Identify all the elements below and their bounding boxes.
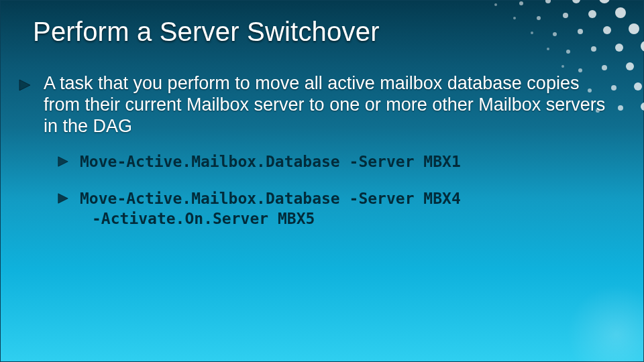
svg-point-24 [602,65,607,70]
code-line: Move-Active.Mailbox.Database -Server MBX… [80,190,461,207]
svg-point-20 [545,0,551,3]
svg-point-39 [615,7,626,18]
svg-point-12 [537,16,541,20]
svg-point-35 [641,103,644,111]
svg-point-22 [578,29,583,34]
svg-point-6 [561,65,564,68]
bullet-item-command-2: Move-Active.Mailbox.Database -Server MBX… [57,189,630,229]
command-text: Move-Active.Mailbox.Database -Server MBX… [80,189,461,229]
svg-point-15 [578,68,582,72]
svg-point-4 [531,32,533,34]
command-text: Move-Active.Mailbox.Database -Server MBX… [80,152,461,172]
svg-point-11 [519,1,523,5]
code-line: -Activate.On.Server MBX5 [92,209,461,229]
slide: Perform a Server Switchover A task that … [0,0,644,362]
svg-point-21 [563,13,568,18]
slide-title: Perform a Server Switchover [33,17,380,47]
triangle-bullet-icon [57,192,69,204]
slide-body: A task that you perform to move all acti… [18,73,630,247]
svg-point-5 [547,48,549,50]
svg-point-38 [599,0,610,3]
svg-point-13 [553,32,557,36]
svg-point-41 [641,41,644,52]
svg-point-32 [615,44,623,52]
svg-point-14 [566,50,570,54]
svg-point-23 [591,46,596,52]
triangle-bullet-icon [18,78,32,92]
svg-marker-52 [19,80,30,90]
svg-point-3 [513,17,516,19]
lead-text: A task that you perform to move all acti… [44,73,607,137]
svg-point-33 [626,62,634,70]
bullet-item-command-1: Move-Active.Mailbox.Database -Server MBX… [57,152,630,172]
svg-point-30 [588,10,596,18]
svg-marker-53 [58,156,68,166]
svg-point-34 [634,82,642,90]
svg-marker-54 [58,194,68,203]
bullet-item-lead: A task that you perform to move all acti… [18,73,630,137]
svg-point-2 [494,3,497,6]
svg-point-29 [572,0,580,3]
triangle-bullet-icon [57,156,69,168]
svg-point-31 [603,26,611,34]
svg-point-40 [629,23,639,34]
code-line: Move-Active.Mailbox.Database -Server MBX… [80,153,461,170]
